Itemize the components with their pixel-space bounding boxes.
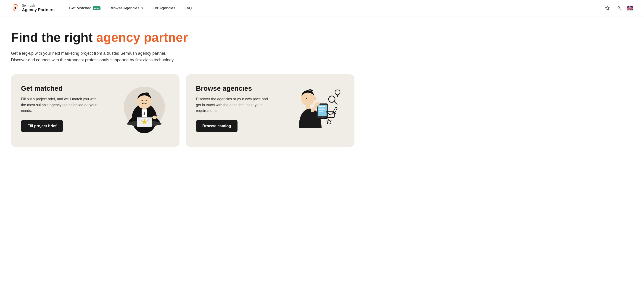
browse-agencies-card-desc: Discover the agencies at your own pace a…	[196, 96, 274, 114]
header: Semrush Agency Partners Get Matched new …	[0, 0, 644, 16]
logo-semrush-text: Semrush	[22, 4, 54, 7]
bookmark-button[interactable]	[604, 5, 611, 12]
hero-title-accent: agency partner	[96, 30, 188, 44]
get-matched-card-title: Get matched	[21, 84, 112, 93]
fill-project-brief-button[interactable]: Fill project brief	[21, 120, 63, 132]
main-content: Find the right agency partner Get a leg-…	[0, 16, 366, 160]
hero-subtitle-line1: Get a leg-up with your next marketing pr…	[11, 51, 166, 56]
get-matched-card-desc: Fill out a project brief, and we'll matc…	[21, 96, 99, 114]
header-actions	[604, 5, 633, 12]
svg-rect-22	[318, 109, 325, 110]
logo-agency-text: Agency Partners	[22, 7, 54, 12]
hero-title: Find the right agency partner	[11, 30, 354, 45]
uk-flag-icon	[627, 6, 633, 10]
nav-faq-label: FAQ	[184, 6, 192, 10]
nav-get-matched-label: Get Matched	[69, 6, 91, 10]
svg-marker-0	[605, 6, 609, 10]
browse-agencies-card-title: Browse agencies	[196, 84, 282, 93]
waiter-svg-icon	[120, 82, 168, 135]
svg-point-16	[314, 97, 316, 100]
nav-for-agencies[interactable]: For Agencies	[149, 4, 179, 12]
svg-point-26	[328, 96, 335, 102]
get-matched-illustration	[119, 84, 170, 135]
nav-for-agencies-label: For Agencies	[152, 6, 175, 10]
hero-section: Find the right agency partner Get a leg-…	[11, 30, 354, 63]
browse-agencies-illustration	[290, 84, 344, 137]
svg-point-28	[335, 90, 340, 95]
svg-point-13	[152, 116, 157, 119]
svg-marker-33	[326, 119, 331, 124]
nav-browse-agencies-label: Browse Agencies	[110, 6, 139, 10]
cards-row: Get matched Fill out a project brief, an…	[11, 74, 354, 147]
browse-catalog-button[interactable]: Browse catalog	[196, 120, 238, 132]
hero-title-prefix: Find the right	[11, 30, 96, 44]
main-nav: Get Matched new Browse Agencies For Agen…	[66, 4, 604, 12]
svg-rect-20	[318, 106, 326, 107]
get-matched-card-content: Get matched Fill out a project brief, an…	[21, 84, 112, 132]
account-button[interactable]	[615, 5, 622, 12]
svg-point-25	[315, 102, 320, 106]
semrush-logo-icon	[11, 4, 20, 12]
chevron-down-icon	[141, 7, 144, 9]
logo[interactable]: Semrush Agency Partners	[11, 4, 54, 12]
svg-point-24	[322, 117, 323, 118]
star-icon	[605, 6, 610, 11]
nav-browse-agencies[interactable]: Browse Agencies	[106, 4, 147, 12]
user-icon	[616, 6, 621, 11]
browse-agencies-card-content: Browse agencies Discover the agencies at…	[196, 84, 282, 132]
nav-get-matched[interactable]: Get Matched new	[66, 4, 104, 12]
new-badge: new	[93, 6, 100, 10]
svg-rect-23	[318, 111, 323, 112]
browse-agencies-card: Browse agencies Discover the agencies at…	[186, 74, 354, 147]
svg-point-1	[618, 6, 619, 8]
hero-subtitle: Get a leg-up with your next marketing pr…	[11, 50, 176, 63]
hero-subtitle-line2: Discover and connect with the strongest …	[11, 58, 174, 62]
svg-point-15	[306, 98, 307, 99]
browsing-person-svg-icon	[290, 82, 344, 137]
get-matched-card: Get matched Fill out a project brief, an…	[11, 74, 180, 147]
nav-faq[interactable]: FAQ	[181, 4, 196, 12]
svg-rect-21	[318, 108, 324, 109]
svg-line-27	[334, 102, 337, 104]
svg-rect-17	[306, 105, 310, 109]
language-selector[interactable]	[627, 6, 633, 10]
